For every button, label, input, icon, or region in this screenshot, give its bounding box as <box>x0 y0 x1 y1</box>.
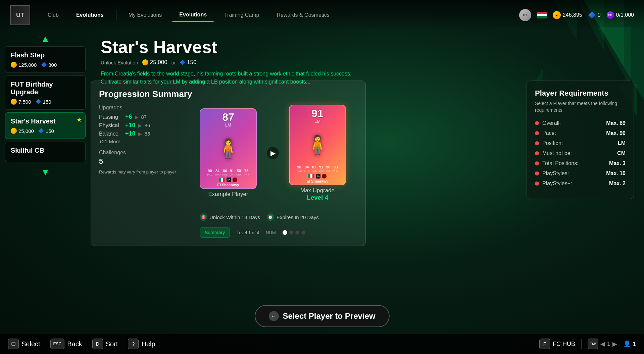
league-badge-max: SA <box>316 174 320 179</box>
stat-def-max: 90 DEF <box>326 165 331 172</box>
stars-harvest-points-cost: 150 <box>39 128 54 134</box>
player-count-icon: 👤 <box>623 340 631 348</box>
max-position: LM <box>314 119 320 124</box>
sidebar-item-costs-stars-harvest: 25,000 150 <box>11 128 80 134</box>
sidebar-item-stars-harvest[interactable]: ★ Star's Harvest 25,000 150 <box>5 112 86 139</box>
star-icon: ★ <box>77 116 82 123</box>
esc-key-icon: ESC <box>50 339 65 349</box>
help-btn-label: Help <box>141 340 155 348</box>
points-icon-small <box>41 62 47 67</box>
stat-phy-max: 83 PHY <box>333 165 338 172</box>
tab-evolutions-sub[interactable]: Evolutions <box>172 8 214 22</box>
example-stats-row: 90 PAC 84 SHO 86 PAS <box>207 169 249 176</box>
stat-balance-label: Balance <box>99 131 122 137</box>
evolution-title: Star's Harvest <box>101 37 634 57</box>
topbar: UT Club Evolutions My Evolutions Evoluti… <box>0 0 644 30</box>
tab-key-icon: TAB <box>588 339 598 349</box>
cards-row: 87 LM 🧍 90 PAC 84 SHO <box>200 105 346 201</box>
tab-club[interactable]: Club <box>40 9 66 21</box>
level-dot-4 <box>301 231 305 235</box>
nav-tabs: Club Evolutions My Evolutions Evolutions… <box>40 8 337 22</box>
sidebar-item-skillful-cb[interactable]: Skillful CB <box>5 142 86 162</box>
back-btn[interactable]: ESC Back <box>50 339 82 349</box>
coin-icon-small-3 <box>11 128 17 134</box>
progression-title: Progression Summary <box>99 89 357 99</box>
sidebar-item-costs-fut-birthday: 7,500 150 <box>11 99 80 105</box>
max-player-card: 91 LM 🧍 90 PAC 84 SHO <box>289 105 346 185</box>
upgrade-arrow-btn: ▶ <box>267 147 279 159</box>
select-btn[interactable]: Select <box>8 339 40 349</box>
max-player-art: 🧍 <box>306 125 329 164</box>
level-dots <box>283 230 305 235</box>
upgrade-balance: Balance +10 ▶ 85 <box>99 130 193 137</box>
points-icon-small-2 <box>36 99 41 104</box>
sidebar-item-flash-step[interactable]: Flash Step 125,000 800 <box>5 46 86 73</box>
sidebar-item-title-fut-birthday: FUT Birthday Upgrade <box>11 81 80 96</box>
help-btn[interactable]: ? Help <box>128 339 155 349</box>
example-player-card: 87 LM 🧍 90 PAC 84 SHO <box>200 108 257 189</box>
select-btn-label: Select <box>21 340 40 348</box>
req-value-must-not-be: CM <box>617 150 626 156</box>
tab-training-camp[interactable]: Training Camp <box>217 9 266 21</box>
sidebar-item-costs-flash-step: 125,000 800 <box>11 62 80 68</box>
sidebar-item-title-flash-step: Flash Step <box>11 51 80 59</box>
stat-pac-max: 90 PAC <box>297 165 302 172</box>
sidebar: ▲ Flash Step 125,000 800 FUT Birthday Up… <box>0 30 91 334</box>
req-dot-playstyles <box>535 171 539 175</box>
progression-body: Upgrades Passing +6 ▶ 87 Physical +10 ▶ … <box>99 105 357 238</box>
bottombar-right: F FC HUB TAB ◀ 1 ▶ 👤 1 <box>539 339 636 349</box>
ut-badge: UT <box>519 9 531 21</box>
player-count: 👤 1 <box>623 340 636 348</box>
req-label-playstyles: PlayStyles: <box>542 170 603 176</box>
stat-pas-max: 87 PAS <box>312 165 317 172</box>
req-must-not-be: Must not be: CM <box>535 150 626 156</box>
select-player-btn[interactable]: ← Select Player to Preview <box>254 305 389 327</box>
italy-flag <box>219 178 225 182</box>
req-playstyles: PlayStyles: Max. 10 <box>535 170 626 176</box>
upgrades-label: Upgrades <box>99 105 193 111</box>
fc-hub-btn[interactable]: F FC HUB <box>539 339 575 349</box>
f-key-icon: F <box>539 339 550 349</box>
club-badge-roma <box>233 178 237 182</box>
points-display: 0 <box>588 11 601 19</box>
challenges-label: Challenges <box>99 150 193 156</box>
prog-left: Upgrades Passing +6 ▶ 87 Physical +10 ▶ … <box>99 105 193 238</box>
sidebar-scroll-up[interactable]: ▲ <box>41 34 50 44</box>
example-player-wrap: 87 LM 🧍 90 PAC 84 SHO <box>200 108 257 198</box>
stat-dri-max: 91 DRI <box>319 165 324 172</box>
tab-my-evolutions[interactable]: My Evolutions <box>121 9 169 21</box>
upgrade-physical: Physical +10 ▶ 86 <box>99 122 193 129</box>
stat-balance-val: 85 <box>145 131 150 137</box>
bottom-divider <box>581 339 582 349</box>
sidebar-scroll-down[interactable]: ▼ <box>41 167 50 178</box>
coin-icon-small-2 <box>11 99 17 105</box>
stat-balance-delta: +10 <box>125 130 136 137</box>
level-dot-1 <box>283 230 287 235</box>
back-btn-label: Back <box>67 340 82 348</box>
sidebar-item-title-stars-harvest: Star's Harvest <box>11 117 80 125</box>
prog-center: 87 LM 🧍 90 PAC 84 SHO <box>200 105 346 238</box>
tab-evolutions[interactable]: Evolutions <box>69 9 111 21</box>
req-label-position: Position: <box>542 140 614 146</box>
tab-rewards-cosmetics[interactable]: Rewards & Cosmetics <box>269 9 337 21</box>
upgrades-section: Upgrades Passing +6 ▶ 87 Physical +10 ▶ … <box>99 105 193 144</box>
req-dot-overall <box>535 121 539 125</box>
sort-btn-label: Sort <box>106 340 118 348</box>
stat-physical-delta: +10 <box>125 122 136 129</box>
example-player-label: Example Player <box>208 191 248 198</box>
or-text: or <box>171 60 176 65</box>
stat-dri-ex: 91 DRI <box>230 169 234 176</box>
req-label-playstyles-plus: PlayStyles+: <box>542 181 606 187</box>
page-number: 1 <box>607 341 610 348</box>
example-player-art: 🧍 <box>216 129 240 168</box>
logo: UT <box>10 5 30 25</box>
requirements-subtitle: Select a Player that meets the following… <box>535 100 626 113</box>
unlock-coin-icon <box>142 59 148 65</box>
summary-btn[interactable]: Summary <box>200 227 230 238</box>
sidebar-item-fut-birthday[interactable]: FUT Birthday Upgrade 7,500 150 <box>5 75 86 110</box>
example-position: LM <box>225 122 231 128</box>
stat-physical-val: 86 <box>145 122 150 128</box>
unlock-points-icon <box>180 60 185 65</box>
unlock-row: Unlock Evolution 25,000 or 150 <box>101 59 634 66</box>
sort-btn[interactable]: D Sort <box>92 339 118 349</box>
